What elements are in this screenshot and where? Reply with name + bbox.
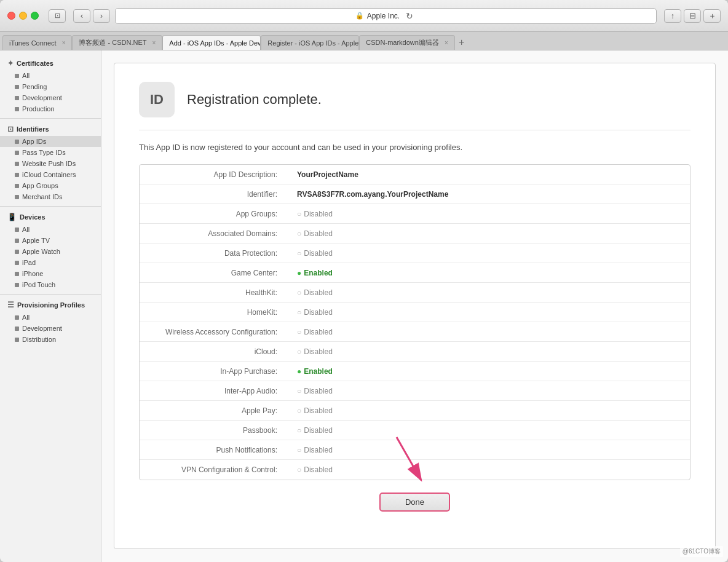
field-value-vpn-config: Disabled bbox=[287, 462, 690, 478]
dot-icon bbox=[15, 162, 19, 166]
sidebar-item-apple-watch[interactable]: Apple Watch bbox=[0, 246, 101, 257]
field-value-push-notifications: Disabled bbox=[287, 442, 690, 458]
new-tab-button[interactable]: + bbox=[455, 35, 469, 50]
window-layout-button[interactable]: ⊡ bbox=[49, 9, 66, 23]
tab-csdn-markdown[interactable]: CSDN-markdown编辑器 × bbox=[359, 35, 454, 50]
sidebar-item-cert-production[interactable]: Production bbox=[0, 103, 101, 114]
provisioning-distribution-label: Distribution bbox=[22, 336, 56, 343]
back-button[interactable]: ‹ bbox=[73, 9, 90, 23]
info-row-game-center: Game Center: Enabled bbox=[140, 263, 690, 283]
field-value-homekit: Disabled bbox=[287, 304, 690, 320]
sidebar-item-provisioning-all[interactable]: All bbox=[0, 312, 101, 323]
dot-icon bbox=[15, 250, 19, 254]
field-label-app-id-description: App ID Description: bbox=[140, 167, 287, 183]
sidebar-item-app-ids[interactable]: App IDs bbox=[0, 136, 101, 147]
provisioning-all-label: All bbox=[22, 314, 30, 321]
registration-header: ID Registration complete. bbox=[139, 82, 690, 130]
dot-icon bbox=[15, 85, 19, 89]
tab-register-ios[interactable]: Register - iOS App IDs - Apple Developer… bbox=[261, 35, 359, 50]
cert-production-label: Production bbox=[22, 105, 55, 113]
sidebar-item-cert-all[interactable]: All bbox=[0, 70, 101, 81]
dot-icon bbox=[15, 228, 19, 232]
field-label-app-groups: App Groups: bbox=[140, 206, 287, 222]
provisioning-development-label: Development bbox=[22, 325, 62, 332]
sidebar-item-cert-development[interactable]: Development bbox=[0, 92, 101, 103]
dot-icon bbox=[15, 315, 19, 320]
done-button[interactable]: Done bbox=[379, 493, 450, 512]
sidebar-item-iphone[interactable]: iPhone bbox=[0, 268, 101, 279]
share-button[interactable]: ↑ bbox=[664, 9, 681, 23]
tabs-button[interactable]: ⊟ bbox=[684, 9, 701, 23]
reload-button[interactable]: ↻ bbox=[403, 9, 416, 23]
info-row-healthkit: HealthKit: Disabled bbox=[140, 283, 690, 303]
fullscreen-button[interactable] bbox=[31, 12, 39, 20]
tab-itunes-close[interactable]: × bbox=[62, 39, 66, 46]
field-label-vpn-config: VPN Configuration & Control: bbox=[140, 462, 287, 478]
tab-itunes[interactable]: iTunes Connect × bbox=[2, 35, 72, 50]
sidebar-item-provisioning-development[interactable]: Development bbox=[0, 323, 101, 334]
title-bar: ⊡ ‹ › 🔒 Apple Inc. ↻ ↑ ⊟ ＋ bbox=[0, 0, 728, 32]
tab-itunes-label: iTunes Connect bbox=[9, 39, 57, 47]
svg-line-1 bbox=[397, 437, 421, 480]
page-content: ID Registration complete. This App ID is… bbox=[101, 50, 728, 562]
field-label-passbook: Passbook: bbox=[140, 422, 287, 438]
tab-csdn-close[interactable]: × bbox=[152, 39, 156, 46]
dot-icon bbox=[15, 96, 19, 100]
sidebar-section-provisioning: ☰ Provisioning Profiles All Development … bbox=[0, 298, 101, 345]
info-row-wireless-accessory: Wireless Accessory Configuration: Disabl… bbox=[140, 322, 690, 342]
sidebar-item-pass-type-ids[interactable]: Pass Type IDs bbox=[0, 147, 101, 158]
certificates-label: Certificates bbox=[17, 60, 53, 67]
done-section: Done bbox=[139, 480, 690, 530]
info-row-in-app-purchase: In-App Purchase: Enabled bbox=[140, 362, 690, 381]
sidebar-item-apple-tv[interactable]: Apple TV bbox=[0, 235, 101, 246]
field-label-healthkit: HealthKit: bbox=[140, 285, 287, 301]
sidebar-item-website-push-ids[interactable]: Website Push IDs bbox=[0, 158, 101, 169]
cert-development-label: Development bbox=[22, 94, 62, 101]
tab-csdn[interactable]: 博客频道 - CSDN.NET × bbox=[72, 35, 162, 50]
sidebar-item-ipod-touch[interactable]: iPod Touch bbox=[0, 279, 101, 290]
field-value-icloud: Disabled bbox=[287, 344, 690, 360]
sidebar-section-identifiers: ⊡ Identifiers App IDs Pass Type IDs Webs… bbox=[0, 122, 101, 202]
sidebar-item-provisioning-distribution[interactable]: Distribution bbox=[0, 334, 101, 345]
apple-watch-label: Apple Watch bbox=[22, 248, 60, 255]
field-value-app-id-description: YourProjectName bbox=[287, 167, 690, 183]
sidebar-item-icloud-containers[interactable]: iCloud Containers bbox=[0, 169, 101, 180]
sidebar-identifiers-header: ⊡ Identifiers bbox=[0, 122, 101, 136]
tab-add-ios[interactable]: Add - iOS App IDs - Apple Developer × bbox=[162, 35, 261, 50]
device-icon: 📱 bbox=[7, 213, 17, 221]
lock-icon: 🔒 bbox=[355, 12, 364, 20]
content-panel: ID Registration complete. This App ID is… bbox=[114, 63, 716, 549]
field-label-data-protection: Data Protection: bbox=[140, 245, 287, 261]
address-bar[interactable]: 🔒 Apple Inc. ↻ bbox=[115, 8, 657, 24]
field-value-wireless-accessory: Disabled bbox=[287, 324, 690, 340]
divider-2 bbox=[0, 206, 101, 207]
cert-all-label: All bbox=[22, 72, 30, 79]
merchant-ids-label: Merchant IDs bbox=[22, 193, 62, 200]
field-value-associated-domains: Disabled bbox=[287, 226, 690, 242]
toolbar-right: ↑ ⊟ ＋ bbox=[664, 9, 721, 23]
sidebar-item-merchant-ids[interactable]: Merchant IDs bbox=[0, 191, 101, 202]
arrow-annotation bbox=[378, 431, 452, 495]
sidebar-item-app-groups[interactable]: App Groups bbox=[0, 180, 101, 191]
sidebar-item-devices-all[interactable]: All bbox=[0, 224, 101, 235]
close-button[interactable] bbox=[7, 12, 15, 20]
tab-csdn-markdown-label: CSDN-markdown编辑器 bbox=[366, 38, 439, 47]
apple-tv-label: Apple TV bbox=[22, 237, 50, 244]
minimize-button[interactable] bbox=[19, 12, 27, 20]
sidebar-item-cert-pending[interactable]: Pending bbox=[0, 81, 101, 92]
dot-icon bbox=[15, 272, 19, 276]
divider-3 bbox=[0, 294, 101, 295]
ipad-label: iPad bbox=[22, 259, 36, 266]
info-row-app-groups: App Groups: Disabled bbox=[140, 204, 690, 224]
add-tab-button[interactable]: ＋ bbox=[703, 9, 721, 23]
info-row-associated-domains: Associated Domains: Disabled bbox=[140, 224, 690, 243]
dot-icon bbox=[15, 195, 19, 199]
forward-button[interactable]: › bbox=[93, 9, 110, 23]
field-value-apple-pay: Disabled bbox=[287, 403, 690, 419]
info-row-homekit: HomeKit: Disabled bbox=[140, 303, 690, 322]
tab-csdn-markdown-close[interactable]: × bbox=[445, 39, 448, 46]
sidebar-item-ipad[interactable]: iPad bbox=[0, 257, 101, 268]
app-ids-label: App IDs bbox=[22, 138, 46, 145]
cert-pending-label: Pending bbox=[22, 83, 47, 90]
watermark: @61CTO博客 bbox=[680, 546, 723, 557]
